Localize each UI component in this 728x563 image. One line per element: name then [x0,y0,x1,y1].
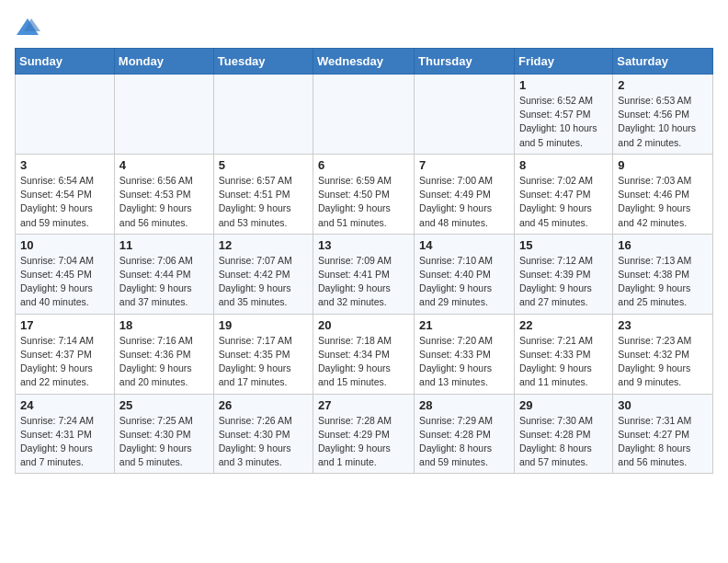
calendar-week-2: 3Sunrise: 6:54 AM Sunset: 4:54 PM Daylig… [16,154,713,234]
calendar-cell [16,75,115,155]
day-number: 6 [318,158,409,172]
calendar-cell: 12Sunrise: 7:07 AM Sunset: 4:42 PM Dayli… [213,234,313,314]
calendar-week-1: 1Sunrise: 6:52 AM Sunset: 4:57 PM Daylig… [16,75,713,155]
day-info: Sunrise: 6:59 AM Sunset: 4:50 PM Dayligh… [318,174,409,230]
day-info: Sunrise: 6:57 AM Sunset: 4:51 PM Dayligh… [219,174,308,230]
day-info: Sunrise: 7:03 AM Sunset: 4:46 PM Dayligh… [618,174,708,230]
calendar-week-4: 17Sunrise: 7:14 AM Sunset: 4:37 PM Dayli… [16,314,713,394]
day-number: 22 [519,318,608,332]
day-info: Sunrise: 7:07 AM Sunset: 4:42 PM Dayligh… [219,254,308,310]
calendar-cell: 18Sunrise: 7:16 AM Sunset: 4:36 PM Dayli… [114,314,213,394]
calendar-cell: 9Sunrise: 7:03 AM Sunset: 4:46 PM Daylig… [613,154,713,234]
calendar-cell: 22Sunrise: 7:21 AM Sunset: 4:33 PM Dayli… [514,314,612,394]
day-number: 16 [618,238,708,252]
day-info: Sunrise: 7:17 AM Sunset: 4:35 PM Dayligh… [219,334,308,390]
day-info: Sunrise: 7:30 AM Sunset: 4:28 PM Dayligh… [519,414,608,470]
day-info: Sunrise: 7:23 AM Sunset: 4:32 PM Dayligh… [618,334,708,390]
calendar-cell: 10Sunrise: 7:04 AM Sunset: 4:45 PM Dayli… [16,234,115,314]
day-number: 23 [618,318,708,332]
day-info: Sunrise: 7:14 AM Sunset: 4:37 PM Dayligh… [20,334,109,390]
calendar-cell: 6Sunrise: 6:59 AM Sunset: 4:50 PM Daylig… [313,154,415,234]
day-number: 13 [318,238,409,252]
day-number: 27 [318,398,409,412]
day-number: 21 [419,318,509,332]
calendar-table: SundayMondayTuesdayWednesdayThursdayFrid… [15,48,713,474]
calendar-cell: 13Sunrise: 7:09 AM Sunset: 4:41 PM Dayli… [313,234,415,314]
day-number: 26 [219,398,308,412]
column-header-monday: Monday [114,49,213,75]
calendar-cell: 2Sunrise: 6:53 AM Sunset: 4:56 PM Daylig… [613,75,713,155]
calendar-cell: 20Sunrise: 7:18 AM Sunset: 4:34 PM Dayli… [313,314,415,394]
day-number: 19 [219,318,308,332]
calendar-week-5: 24Sunrise: 7:24 AM Sunset: 4:31 PM Dayli… [16,394,713,474]
day-info: Sunrise: 7:00 AM Sunset: 4:49 PM Dayligh… [419,174,509,230]
calendar-cell: 11Sunrise: 7:06 AM Sunset: 4:44 PM Dayli… [114,234,213,314]
logo [15,15,44,40]
calendar-cell: 23Sunrise: 7:23 AM Sunset: 4:32 PM Dayli… [613,314,713,394]
column-header-saturday: Saturday [613,49,713,75]
logo-icon [15,15,40,40]
day-number: 12 [219,238,308,252]
calendar-cell [213,75,313,155]
day-info: Sunrise: 7:09 AM Sunset: 4:41 PM Dayligh… [318,254,409,310]
day-number: 3 [20,158,109,172]
day-info: Sunrise: 6:53 AM Sunset: 4:56 PM Dayligh… [618,94,708,150]
calendar-cell: 17Sunrise: 7:14 AM Sunset: 4:37 PM Dayli… [16,314,115,394]
day-info: Sunrise: 7:26 AM Sunset: 4:30 PM Dayligh… [219,414,308,470]
calendar-cell: 3Sunrise: 6:54 AM Sunset: 4:54 PM Daylig… [16,154,115,234]
day-info: Sunrise: 7:04 AM Sunset: 4:45 PM Dayligh… [20,254,109,310]
calendar-week-3: 10Sunrise: 7:04 AM Sunset: 4:45 PM Dayli… [16,234,713,314]
day-number: 1 [519,78,608,92]
day-info: Sunrise: 7:21 AM Sunset: 4:33 PM Dayligh… [519,334,608,390]
calendar-header-row: SundayMondayTuesdayWednesdayThursdayFrid… [16,49,713,75]
page-header [15,15,713,40]
day-info: Sunrise: 7:06 AM Sunset: 4:44 PM Dayligh… [119,254,209,310]
calendar-cell [415,75,515,155]
day-number: 4 [119,158,209,172]
day-number: 30 [618,398,708,412]
calendar-cell: 4Sunrise: 6:56 AM Sunset: 4:53 PM Daylig… [114,154,213,234]
day-number: 24 [20,398,109,412]
day-number: 8 [519,158,608,172]
calendar-cell [114,75,213,155]
calendar-cell: 28Sunrise: 7:29 AM Sunset: 4:28 PM Dayli… [415,394,515,474]
day-info: Sunrise: 7:10 AM Sunset: 4:40 PM Dayligh… [419,254,509,310]
calendar-cell: 19Sunrise: 7:17 AM Sunset: 4:35 PM Dayli… [213,314,313,394]
day-info: Sunrise: 7:31 AM Sunset: 4:27 PM Dayligh… [618,414,708,470]
calendar-cell: 7Sunrise: 7:00 AM Sunset: 4:49 PM Daylig… [415,154,515,234]
day-info: Sunrise: 6:52 AM Sunset: 4:57 PM Dayligh… [519,94,608,150]
day-info: Sunrise: 7:13 AM Sunset: 4:38 PM Dayligh… [618,254,708,310]
day-number: 17 [20,318,109,332]
calendar-cell: 29Sunrise: 7:30 AM Sunset: 4:28 PM Dayli… [514,394,612,474]
column-header-tuesday: Tuesday [213,49,313,75]
calendar-cell: 1Sunrise: 6:52 AM Sunset: 4:57 PM Daylig… [514,75,612,155]
calendar-cell: 8Sunrise: 7:02 AM Sunset: 4:47 PM Daylig… [514,154,612,234]
calendar-cell: 21Sunrise: 7:20 AM Sunset: 4:33 PM Dayli… [415,314,515,394]
day-number: 28 [419,398,509,412]
day-info: Sunrise: 7:20 AM Sunset: 4:33 PM Dayligh… [419,334,509,390]
day-number: 11 [119,238,209,252]
column-header-sunday: Sunday [16,49,115,75]
day-number: 20 [318,318,409,332]
column-header-thursday: Thursday [415,49,515,75]
day-info: Sunrise: 7:02 AM Sunset: 4:47 PM Dayligh… [519,174,608,230]
day-number: 25 [119,398,209,412]
calendar-cell: 25Sunrise: 7:25 AM Sunset: 4:30 PM Dayli… [114,394,213,474]
day-info: Sunrise: 6:56 AM Sunset: 4:53 PM Dayligh… [119,174,209,230]
column-header-wednesday: Wednesday [313,49,415,75]
calendar-cell: 15Sunrise: 7:12 AM Sunset: 4:39 PM Dayli… [514,234,612,314]
day-number: 10 [20,238,109,252]
calendar-cell: 26Sunrise: 7:26 AM Sunset: 4:30 PM Dayli… [213,394,313,474]
calendar-cell [313,75,415,155]
day-info: Sunrise: 7:12 AM Sunset: 4:39 PM Dayligh… [519,254,608,310]
day-info: Sunrise: 7:28 AM Sunset: 4:29 PM Dayligh… [318,414,409,470]
calendar-cell: 14Sunrise: 7:10 AM Sunset: 4:40 PM Dayli… [415,234,515,314]
day-info: Sunrise: 7:18 AM Sunset: 4:34 PM Dayligh… [318,334,409,390]
day-info: Sunrise: 7:25 AM Sunset: 4:30 PM Dayligh… [119,414,209,470]
day-info: Sunrise: 7:16 AM Sunset: 4:36 PM Dayligh… [119,334,209,390]
calendar-cell: 24Sunrise: 7:24 AM Sunset: 4:31 PM Dayli… [16,394,115,474]
day-number: 18 [119,318,209,332]
day-number: 9 [618,158,708,172]
day-number: 2 [618,78,708,92]
day-number: 14 [419,238,509,252]
